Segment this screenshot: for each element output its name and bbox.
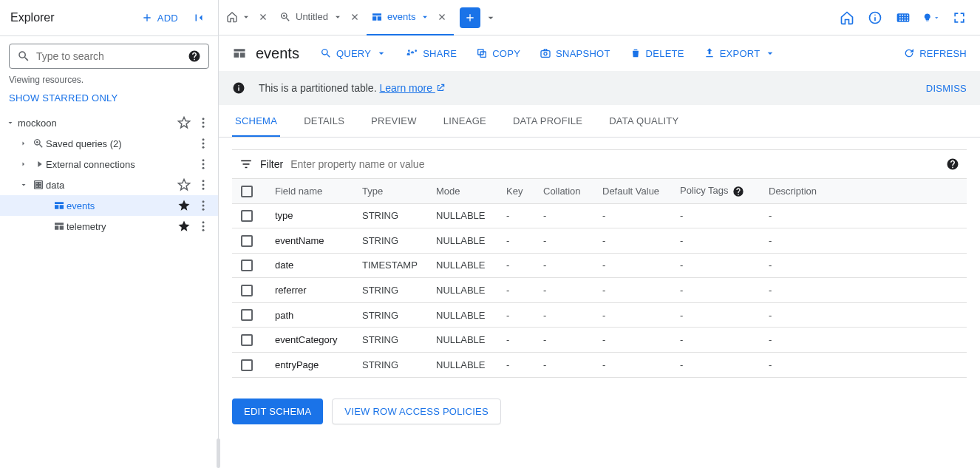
show-starred-button[interactable]: SHOW STARRED ONLY	[0, 87, 218, 109]
tab-untitled[interactable]: Untitled	[275, 0, 367, 35]
row-checkbox[interactable]	[232, 253, 262, 278]
add-button[interactable]: ADD	[141, 12, 178, 24]
tree-project[interactable]: mockoon	[0, 112, 218, 133]
tab-data-quality[interactable]: DATA QUALITY	[596, 105, 692, 137]
tab-data-profile[interactable]: DATA PROFILE	[500, 105, 596, 137]
more-vert-icon[interactable]	[194, 114, 212, 132]
delete-button[interactable]: DELETE	[630, 47, 684, 59]
tree-table-events[interactable]: events	[0, 195, 218, 216]
tab-events[interactable]: events	[367, 0, 454, 35]
table-toolbar: events QUERY SHARE COPY SNAPSHOT	[219, 35, 980, 71]
more-vert-icon[interactable]	[194, 135, 212, 152]
cell-collation: -	[539, 352, 598, 377]
share-button[interactable]: SHARE	[406, 47, 457, 59]
row-checkbox[interactable]	[232, 352, 262, 377]
tree-table-telemetry[interactable]: telemetry	[0, 216, 218, 237]
row-checkbox[interactable]	[232, 203, 262, 228]
copy-button[interactable]: COPY	[476, 47, 520, 59]
svg-point-19	[203, 205, 205, 207]
search-input[interactable]	[36, 50, 182, 62]
schema-header-row: Field name Type Mode Key Collation Defau…	[232, 179, 967, 203]
col-description[interactable]: Description	[764, 179, 967, 203]
external-connections-label: External connections	[46, 159, 194, 170]
query-button[interactable]: QUERY	[320, 47, 387, 59]
view-row-policies-button[interactable]: VIEW ROW ACCESS POLICIES	[332, 399, 501, 424]
resize-handle[interactable]	[217, 438, 220, 468]
tree-external-connections[interactable]: External connections	[0, 154, 218, 174]
col-default-value[interactable]: Default Value	[598, 179, 676, 203]
tree-saved-queries[interactable]: Saved queries (2)	[0, 133, 218, 154]
new-tab-button[interactable]	[460, 7, 480, 28]
tab-schema[interactable]: SCHEMA	[232, 105, 280, 137]
edit-schema-button[interactable]: EDIT SCHEMA	[232, 399, 323, 424]
chevron-down-icon[interactable]	[241, 12, 251, 22]
col-mode[interactable]: Mode	[432, 179, 502, 203]
col-type[interactable]: Type	[358, 179, 432, 203]
table-telemetry-label: telemetry	[67, 221, 175, 232]
more-vert-icon[interactable]	[194, 176, 212, 194]
tab-preview[interactable]: PREVIEW	[358, 105, 430, 137]
chevron-right-icon[interactable]	[16, 139, 31, 148]
refresh-button[interactable]: REFRESH	[903, 47, 967, 59]
cell-key: -	[502, 203, 539, 228]
help-icon[interactable]	[732, 186, 744, 197]
chevron-down-icon[interactable]	[3, 118, 18, 127]
cell-key: -	[502, 302, 539, 328]
cell-key: -	[502, 352, 539, 377]
search-box[interactable]	[9, 44, 209, 69]
svg-point-16	[203, 184, 205, 186]
chevron-down-icon[interactable]	[420, 12, 430, 22]
tab-lineage[interactable]: LINEAGE	[430, 105, 500, 137]
home-icon[interactable]	[838, 9, 856, 27]
cell-field-name: date	[262, 253, 358, 278]
new-tab-dropdown[interactable]	[482, 9, 500, 27]
info-icon[interactable]	[866, 9, 884, 27]
external-connection-icon	[31, 158, 46, 170]
tab-details[interactable]: DETAILS	[290, 105, 358, 137]
chevron-down-icon[interactable]	[16, 180, 31, 189]
row-checkbox[interactable]	[232, 328, 262, 353]
row-checkbox[interactable]	[232, 228, 262, 254]
more-vert-icon[interactable]	[194, 197, 212, 214]
fullscreen-icon[interactable]	[950, 9, 968, 27]
star-outline-icon[interactable]	[175, 176, 193, 194]
query-label: QUERY	[336, 48, 371, 59]
col-key[interactable]: Key	[502, 179, 539, 203]
chevron-down-icon[interactable]	[333, 12, 343, 22]
dataset-label: data	[46, 180, 175, 191]
snapshot-button[interactable]: SNAPSHOT	[540, 47, 610, 59]
filter-input[interactable]	[290, 158, 937, 170]
row-checkbox[interactable]	[232, 302, 262, 328]
more-vert-icon[interactable]	[194, 217, 212, 235]
dismiss-button[interactable]: DISMISS	[926, 83, 967, 94]
close-icon[interactable]	[347, 10, 362, 24]
learn-more-link[interactable]: Learn more	[379, 82, 445, 94]
keyboard-icon[interactable]	[894, 9, 912, 27]
star-filled-icon[interactable]	[175, 217, 193, 235]
svg-point-4	[203, 138, 205, 140]
collapse-left-icon	[192, 11, 205, 24]
row-checkbox[interactable]	[232, 278, 262, 303]
collapse-panel-button[interactable]	[190, 9, 208, 27]
select-all-checkbox[interactable]	[232, 179, 262, 203]
main-area: Untitled events	[219, 0, 980, 468]
tab-home[interactable]	[222, 0, 275, 35]
close-icon[interactable]	[435, 10, 449, 24]
help-icon[interactable]	[188, 50, 201, 63]
cell-policy: -	[676, 278, 764, 303]
cell-key: -	[502, 328, 539, 353]
help-icon[interactable]	[946, 157, 959, 171]
col-field-name[interactable]: Field name	[262, 179, 358, 203]
export-button[interactable]: EXPORT	[704, 47, 777, 59]
col-policy-tags[interactable]: Policy Tags	[676, 179, 764, 203]
chevron-right-icon[interactable]	[16, 160, 31, 169]
close-icon[interactable]	[256, 10, 270, 24]
svg-point-1	[203, 122, 205, 124]
star-filled-icon[interactable]	[175, 197, 193, 214]
lightbulb-dropdown[interactable]	[922, 9, 940, 27]
cell-mode: NULLABLE	[432, 253, 502, 278]
col-collation[interactable]: Collation	[539, 179, 598, 203]
tree-dataset-data[interactable]: data	[0, 174, 218, 195]
more-vert-icon[interactable]	[194, 155, 212, 173]
star-outline-icon[interactable]	[175, 114, 193, 132]
